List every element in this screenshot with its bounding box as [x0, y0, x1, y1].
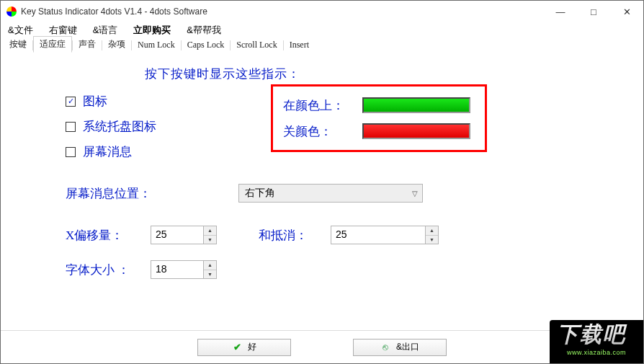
position-combo-value: 右下角	[245, 187, 275, 200]
arrow-up-icon[interactable]: ▲	[426, 226, 438, 236]
position-combo[interactable]: 右下角 ▽	[238, 184, 423, 203]
tab-misc[interactable]: 杂项	[102, 37, 131, 52]
on-color-label: 在颜色上：	[283, 97, 348, 114]
spinner-arrows: ▲ ▼	[203, 226, 216, 244]
arrow-down-icon[interactable]: ▼	[204, 270, 216, 279]
checkbox-icon[interactable]: ✓	[66, 97, 76, 107]
off-color-label: 关颜色：	[283, 123, 348, 140]
on-color-swatch[interactable]	[362, 97, 470, 113]
arrow-up-icon[interactable]: ▲	[204, 261, 216, 270]
font-size-value[interactable]: 18	[151, 261, 203, 278]
spinner-arrows: ▲ ▼	[425, 226, 438, 244]
window-controls: — □ ✕	[544, 1, 643, 22]
tab-insert[interactable]: Insert	[284, 38, 315, 52]
checkbox-icon[interactable]	[66, 147, 76, 157]
titlebar: Key Status Indicator 4dots V1.4 - 4dots …	[1, 1, 643, 22]
checkbox-icon[interactable]	[66, 122, 76, 132]
check-screen[interactable]: 屏幕消息	[66, 143, 156, 160]
font-size-row: 字体大小 ： 18 ▲ ▼	[66, 260, 217, 279]
maximize-button[interactable]: □	[577, 1, 610, 22]
indicator-checks: ✓ 图标 系统托盘图标 屏幕消息	[66, 93, 156, 160]
arrow-down-icon[interactable]: ▼	[204, 236, 216, 244]
check-screen-label: 屏幕消息	[83, 143, 132, 160]
x-offset-spinner[interactable]: 25 ▲ ▼	[151, 226, 217, 244]
x-offset-value[interactable]: 25	[151, 226, 203, 244]
check-tray-label: 系统托盘图标	[83, 118, 156, 135]
menubar: &文件 右窗键 &语言 立即购买 &帮帮我	[1, 22, 643, 38]
section-heading: 按下按键时显示这些指示：	[30, 66, 614, 82]
ok-button-label: 好	[248, 341, 256, 353]
app-window: Key Status Indicator 4dots V1.4 - 4dots …	[0, 0, 644, 364]
on-color-row: 在颜色上：	[283, 97, 475, 114]
tab-indications[interactable]: 适应症	[33, 36, 72, 53]
color-highlight-frame: 在颜色上： 关颜色：	[271, 84, 487, 152]
close-button[interactable]: ✕	[610, 1, 643, 22]
position-row: 屏幕消息位置： 右下角 ▽	[66, 184, 423, 203]
watermark-url: www.xiazaiba.com	[550, 349, 643, 356]
bottom-bar: ✔ 好 ⎋ &出口	[1, 330, 643, 363]
check-tray[interactable]: 系统托盘图标	[66, 118, 156, 135]
exit-icon: ⎋	[380, 342, 390, 352]
font-size-spinner[interactable]: 18 ▲ ▼	[151, 260, 217, 279]
site-watermark: 下载吧 www.xiazaiba.com	[550, 320, 643, 363]
window-title: Key Status Indicator 4dots V1.4 - 4dots …	[21, 6, 544, 17]
off-color-row: 关颜色：	[283, 123, 475, 140]
spinner-arrows: ▲ ▼	[203, 261, 216, 278]
menu-buy-now[interactable]: 立即购买	[130, 22, 174, 38]
off-color-swatch[interactable]	[362, 123, 470, 139]
menu-language[interactable]: &语言	[90, 22, 121, 38]
exit-button[interactable]: ⎋ &出口	[353, 339, 447, 356]
position-label: 屏幕消息位置：	[66, 185, 238, 202]
y-offset-value[interactable]: 25	[331, 226, 425, 244]
watermark-text: 下载吧	[550, 320, 643, 349]
tab-keys[interactable]: 按键	[4, 37, 32, 52]
exit-button-label: &出口	[396, 341, 419, 353]
tabbar: 按键 适应症 声音 杂项 Num Lock Caps Lock Scroll L…	[1, 38, 643, 53]
x-offset-label: X偏移量：	[66, 227, 151, 244]
arrow-up-icon[interactable]: ▲	[204, 226, 216, 236]
arrow-down-icon[interactable]: ▼	[426, 236, 438, 244]
font-size-label: 字体大小 ：	[66, 262, 151, 278]
tab-content: 按下按键时显示这些指示： ✓ 图标 系统托盘图标 屏幕消息 在颜色上： 关颜色：	[1, 53, 643, 330]
tab-scrolllock[interactable]: Scroll Lock	[231, 38, 282, 52]
check-icon-label: 图标	[83, 93, 107, 110]
offset-row: X偏移量： 25 ▲ ▼ 和抵消： 25 ▲ ▼	[66, 226, 439, 244]
minimize-button[interactable]: —	[544, 1, 577, 22]
menu-help[interactable]: &帮帮我	[184, 22, 224, 38]
tab-numlock[interactable]: Num Lock	[132, 38, 181, 52]
menu-file[interactable]: &文件	[5, 22, 36, 38]
check-icon[interactable]: ✓ 图标	[66, 93, 156, 110]
tab-sound[interactable]: 声音	[73, 37, 102, 52]
app-icon	[6, 6, 17, 17]
check-icon: ✔	[232, 342, 242, 352]
chevron-down-icon: ▽	[412, 190, 418, 197]
y-offset-spinner[interactable]: 25 ▲ ▼	[331, 226, 439, 244]
y-offset-label: 和抵消：	[259, 227, 331, 244]
tab-capslock[interactable]: Caps Lock	[182, 38, 231, 52]
ok-button[interactable]: ✔ 好	[197, 339, 291, 356]
